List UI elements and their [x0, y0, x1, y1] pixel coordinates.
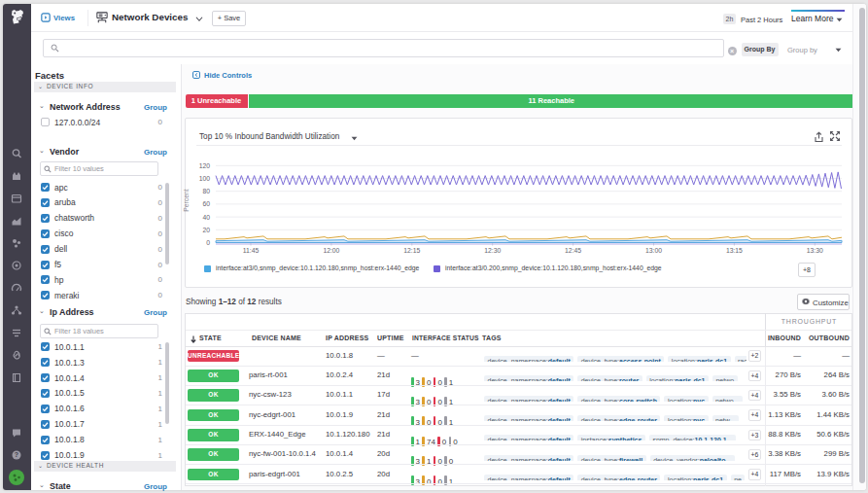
svg-text:0: 0 — [206, 239, 210, 246]
svg-text:11:45: 11:45 — [243, 247, 260, 254]
svg-text:60: 60 — [202, 200, 210, 207]
svg-text:100: 100 — [199, 175, 211, 182]
svg-text:12:00: 12:00 — [323, 247, 339, 254]
svg-text:13:30: 13:30 — [807, 247, 823, 254]
svg-text:80: 80 — [202, 188, 210, 194]
svg-text:13:15: 13:15 — [726, 247, 743, 254]
svg-text:13:00: 13:00 — [645, 247, 662, 254]
svg-text:12:45: 12:45 — [565, 247, 581, 254]
svg-text:12:15: 12:15 — [403, 247, 420, 254]
svg-text:120: 120 — [199, 162, 211, 169]
svg-text:40: 40 — [202, 214, 210, 221]
svg-text:Percent: Percent — [183, 189, 190, 212]
svg-text:12:30: 12:30 — [484, 247, 501, 254]
svg-text:20: 20 — [202, 227, 210, 233]
